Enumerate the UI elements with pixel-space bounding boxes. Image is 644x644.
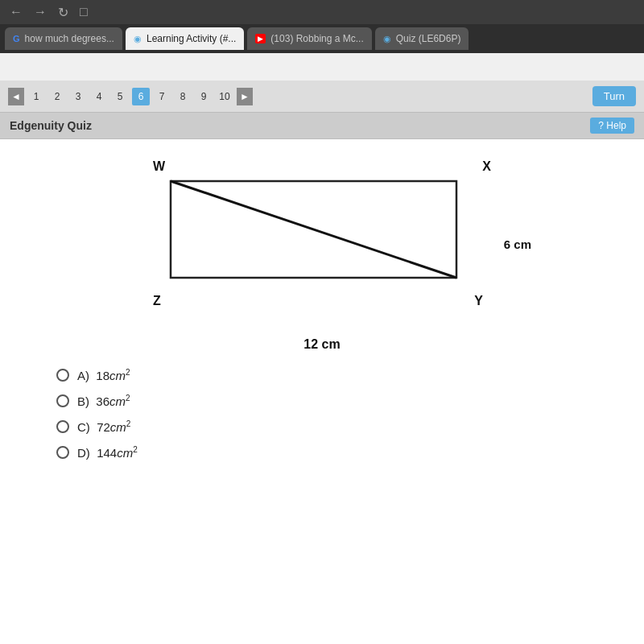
choice-B-label: B) 36cm2 xyxy=(77,394,130,408)
diagram-svg xyxy=(169,180,475,300)
main-content: ◄ 1 2 3 4 5 6 7 8 9 10 ► Turn Edgenuity … xyxy=(0,80,644,644)
choices-container: A) 18cm2 B) 36cm2 C) 72cm2 xyxy=(24,368,620,460)
page-7[interactable]: 7 xyxy=(153,88,171,105)
choice-A-label: A) 18cm2 xyxy=(77,368,130,382)
label-X: X xyxy=(482,159,491,174)
tab-youtube-label: (103) Robbing a Mc... xyxy=(270,33,363,44)
help-button[interactable]: ? Help xyxy=(590,118,634,134)
pagination-bar: ◄ 1 2 3 4 5 6 7 8 9 10 ► Turn xyxy=(0,80,644,113)
quiz-title: Edgenuity Quiz xyxy=(10,119,92,132)
tab-google-label: how much degrees... xyxy=(25,33,114,44)
choice-A[interactable]: A) 18cm2 xyxy=(56,368,620,382)
page-4[interactable]: 4 xyxy=(90,88,108,105)
diagram-wrapper: W X Z Y 6 cm xyxy=(153,155,491,332)
tab-edgenuity-label: Learning Activity (#... xyxy=(147,33,236,44)
tab-bar: G how much degrees... ◉ Learning Activit… xyxy=(0,24,644,53)
label-W: W xyxy=(153,159,165,174)
radio-C[interactable] xyxy=(56,420,69,433)
page-3[interactable]: 3 xyxy=(69,88,87,105)
label-Z: Z xyxy=(153,294,161,308)
radio-A[interactable] xyxy=(56,369,69,382)
forward-button[interactable]: → xyxy=(31,3,50,21)
choice-C-label: C) 72cm2 xyxy=(77,419,130,434)
edgenuity-icon: ◉ xyxy=(134,34,142,44)
google-icon: G xyxy=(13,34,20,43)
tab-quiz-label: Quiz (LE6D6P) xyxy=(396,33,461,44)
radio-B[interactable] xyxy=(56,394,69,407)
diagram-container: W X Z Y 6 cm 12 cm xyxy=(24,155,620,352)
choice-D-label: D) 144cm2 xyxy=(77,445,138,460)
prev-page-button[interactable]: ◄ xyxy=(8,88,24,105)
quiz-header: Edgenuity Quiz ? Help xyxy=(0,113,644,139)
radio-D[interactable] xyxy=(56,446,69,459)
tab-youtube[interactable]: ▶ (103) Robbing a Mc... xyxy=(247,27,371,50)
choice-D[interactable]: D) 144cm2 xyxy=(56,445,620,460)
page-1[interactable]: 1 xyxy=(27,88,45,105)
quiz-icon: ◉ xyxy=(383,34,391,44)
quiz-container: Edgenuity Quiz ? Help W X Z Y 6 cm xyxy=(0,113,644,644)
refresh-button[interactable]: ↻ xyxy=(55,3,72,22)
page-2[interactable]: 2 xyxy=(48,88,66,105)
page-10[interactable]: 10 xyxy=(216,88,233,105)
tab-quiz[interactable]: ◉ Quiz (LE6D6P) xyxy=(375,27,469,50)
page-8[interactable]: 8 xyxy=(174,88,192,105)
tab-google[interactable]: G how much degrees... xyxy=(5,27,122,50)
back-button[interactable]: ← xyxy=(6,3,26,21)
page-6[interactable]: 6 xyxy=(132,88,150,105)
home-button[interactable]: □ xyxy=(76,3,91,21)
question-area: W X Z Y 6 cm 12 cm xyxy=(0,139,644,644)
youtube-icon: ▶ xyxy=(255,34,266,43)
side-label-6cm: 6 cm xyxy=(504,237,531,251)
label-Y: Y xyxy=(474,294,483,308)
tab-edgenuity[interactable]: ◉ Learning Activity (#... xyxy=(126,27,244,50)
browser-chrome: ← → ↻ □ xyxy=(0,0,644,24)
turn-button[interactable]: Turn xyxy=(592,86,636,106)
next-page-button[interactable]: ► xyxy=(237,88,253,105)
page-5[interactable]: 5 xyxy=(111,88,129,105)
page-9[interactable]: 9 xyxy=(195,88,213,105)
choice-C[interactable]: C) 72cm2 xyxy=(56,419,620,434)
address-bar xyxy=(0,53,644,80)
choice-B[interactable]: B) 36cm2 xyxy=(56,394,620,408)
bottom-label-12cm: 12 cm xyxy=(303,337,340,352)
